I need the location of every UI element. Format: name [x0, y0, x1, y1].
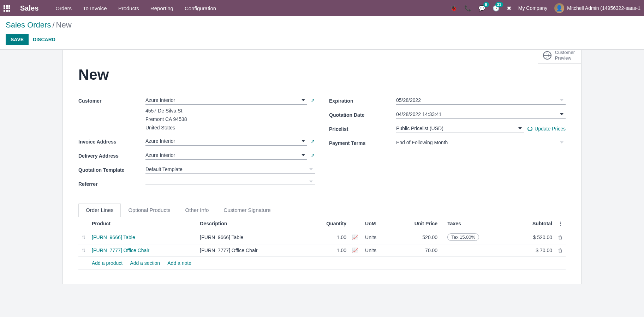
user-menu[interactable]: 👤 Mitchell Admin (14956322-saas-1: [554, 3, 640, 13]
tab-customer-signature[interactable]: Customer Signature: [216, 203, 278, 217]
table-row[interactable]: ⇅ [FURN_9666] Table [FURN_9666] Table 1.…: [78, 230, 566, 244]
pricelist-field[interactable]: Public Pricelist (USD): [396, 124, 524, 133]
referrer-label: Referrer: [78, 179, 145, 187]
col-unit-price: Unit Price: [391, 217, 440, 230]
bug-icon[interactable]: 🐞: [450, 5, 457, 12]
payment-terms-field[interactable]: End of Following Month: [396, 138, 566, 147]
messages-badge: 5: [483, 2, 489, 7]
forecast-icon[interactable]: 📈: [352, 234, 358, 240]
chevron-down-icon[interactable]: [309, 168, 313, 170]
nav-reporting[interactable]: Reporting: [150, 5, 173, 11]
activities-badge: 31: [495, 2, 503, 7]
trash-icon[interactable]: 🗑: [558, 234, 563, 240]
app-brand[interactable]: Sales: [20, 4, 38, 12]
stat-line1: Customer: [555, 50, 575, 55]
control-panel: Sales Orders/New Save Discard: [0, 16, 644, 50]
product-cell[interactable]: [FURN_7777] Office Chair: [92, 248, 149, 253]
phone-icon[interactable]: 📞: [464, 5, 471, 12]
nav-products[interactable]: Products: [118, 5, 139, 11]
chevron-down-icon[interactable]: [560, 141, 564, 144]
drag-handle-icon[interactable]: ⇅: [78, 230, 89, 244]
discard-button[interactable]: Discard: [33, 37, 55, 42]
col-quantity: Quantity: [305, 217, 349, 230]
apps-icon[interactable]: [4, 5, 10, 12]
tax-cell[interactable]: [440, 244, 512, 257]
customer-field[interactable]: Azure Interior: [145, 96, 307, 105]
breadcrumb-current: New: [56, 20, 72, 29]
invoice-address-field[interactable]: Azure Interior: [145, 137, 307, 146]
globe-icon: [543, 51, 551, 60]
top-navbar: Sales Orders To Invoice Products Reporti…: [0, 0, 644, 16]
quantity-cell[interactable]: 1.00: [305, 230, 349, 244]
subtotal-cell: $ 70.00: [512, 244, 555, 257]
quotation-template-label: Quotation Template: [78, 165, 145, 173]
external-link-icon[interactable]: ↗: [311, 153, 315, 158]
quantity-cell[interactable]: 1.00: [305, 244, 349, 257]
payment-terms-label: Payment Terms: [329, 138, 396, 146]
stat-line2: Preview: [555, 55, 575, 61]
col-taxes: Taxes: [440, 217, 512, 230]
unit-price-cell[interactable]: 520.00: [391, 230, 440, 244]
update-prices-button[interactable]: Update Prices: [527, 126, 566, 132]
refresh-icon: [527, 126, 532, 131]
tab-order-lines[interactable]: Order Lines: [78, 203, 121, 217]
tab-optional-products[interactable]: Optional Products: [121, 203, 178, 217]
quotation-date-label: Quotation Date: [329, 110, 396, 118]
customer-label: Customer: [78, 96, 145, 104]
invoice-address-label: Invoice Address: [78, 137, 145, 145]
trash-icon[interactable]: 🗑: [558, 248, 563, 253]
add-product-link[interactable]: Add a product: [92, 260, 123, 266]
unit-price-cell[interactable]: 70.00: [391, 244, 440, 257]
save-button[interactable]: Save: [6, 34, 29, 45]
chevron-down-icon[interactable]: [302, 140, 305, 142]
description-cell[interactable]: [FURN_9666] Table: [197, 230, 305, 244]
forecast-icon[interactable]: 📈: [352, 248, 358, 253]
company-switcher[interactable]: My Company: [518, 5, 547, 11]
messages-icon[interactable]: 💬5: [478, 5, 485, 12]
form-tabs: Order Lines Optional Products Other Info…: [78, 203, 566, 217]
nav-to-invoice[interactable]: To Invoice: [83, 5, 107, 11]
customer-preview-button[interactable]: CustomerPreview: [538, 50, 581, 64]
delivery-address-label: Delivery Address: [78, 151, 145, 159]
chevron-down-icon[interactable]: [560, 113, 564, 115]
table-row[interactable]: ⇅ [FURN_7777] Office Chair [FURN_7777] O…: [78, 244, 566, 257]
chevron-down-icon[interactable]: [518, 127, 522, 129]
external-link-icon[interactable]: ↗: [311, 139, 315, 144]
chevron-down-icon[interactable]: [560, 99, 564, 101]
uom-cell[interactable]: Units: [362, 230, 391, 244]
add-section-link[interactable]: Add a section: [130, 260, 160, 266]
subtotal-cell: $ 520.00: [512, 230, 555, 244]
description-cell[interactable]: [FURN_7777] Office Chair: [197, 244, 305, 257]
referrer-field[interactable]: [145, 179, 315, 184]
quotation-template-field[interactable]: Default Template: [145, 165, 315, 174]
tools-icon[interactable]: ✖: [507, 5, 511, 12]
col-product: Product: [89, 217, 197, 230]
uom-cell[interactable]: Units: [362, 244, 391, 257]
nav-configuration[interactable]: Configuration: [185, 5, 216, 11]
expiration-label: Expiration: [329, 96, 396, 104]
chevron-down-icon[interactable]: [302, 154, 305, 156]
chevron-down-icon[interactable]: [302, 99, 305, 101]
column-options-icon[interactable]: ⋮: [555, 217, 566, 230]
user-name: Mitchell Admin (14956322-saas-1: [567, 5, 640, 11]
col-subtotal: Subtotal: [512, 217, 555, 230]
quotation-date-field[interactable]: 04/28/2022 14:33:41: [396, 110, 566, 119]
col-description: Description: [197, 217, 305, 230]
nav-menu: Orders To Invoice Products Reporting Con…: [55, 5, 216, 11]
expiration-field[interactable]: 05/28/2022: [396, 96, 566, 105]
nav-orders[interactable]: Orders: [55, 5, 72, 11]
chevron-down-icon[interactable]: [309, 181, 313, 183]
delivery-address-field[interactable]: Azure Interior: [145, 151, 307, 160]
customer-address: 4557 De Silva St Fremont CA 94538 United…: [145, 105, 315, 133]
product-cell[interactable]: [FURN_9666] Table: [92, 234, 135, 240]
external-link-icon[interactable]: ↗: [311, 98, 315, 103]
breadcrumb-parent[interactable]: Sales Orders: [6, 20, 51, 29]
tab-other-info[interactable]: Other Info: [178, 203, 216, 217]
add-note-link[interactable]: Add a note: [167, 260, 191, 266]
activities-icon[interactable]: 🕓31: [493, 5, 500, 12]
order-lines-table: Product Description Quantity UoM Unit Pr…: [78, 217, 566, 270]
drag-handle-icon[interactable]: ⇅: [78, 244, 89, 257]
tax-chip[interactable]: Tax 15.00%: [447, 233, 479, 241]
form-sheet: CustomerPreview New Customer Azure Inter…: [62, 50, 582, 284]
col-uom: UoM: [362, 217, 391, 230]
